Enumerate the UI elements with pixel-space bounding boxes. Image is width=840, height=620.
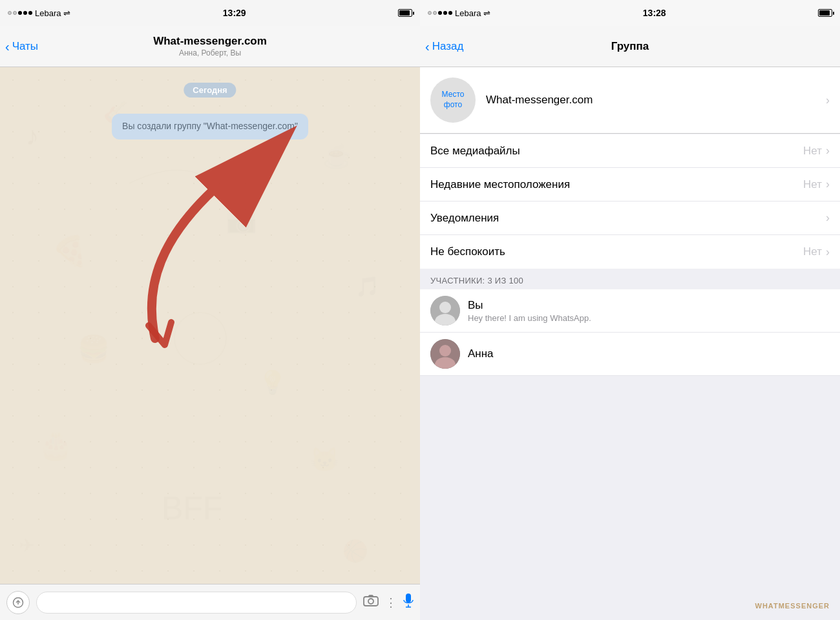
signal-indicator [8,11,32,15]
svg-rect-18 [406,594,411,603]
right-panel: Lebara ⇌ 13:28 ‹ Назад Группа [420,0,840,620]
input-bar: ⋮ [0,584,420,620]
battery-icon [398,9,412,17]
svg-text:♪: ♪ [26,121,39,150]
left-chevron-icon: ‹ [5,40,10,53]
participant-row-anna[interactable]: Анна [420,333,840,376]
signal-dot-1 [8,11,12,15]
menu-row-notifications[interactable]: Уведомления › [420,202,840,235]
left-back-button[interactable]: ‹ Чаты [5,40,38,53]
right-signal-indicator [428,11,452,15]
message-input[interactable] [36,592,357,614]
signal-dot-2 [13,11,17,15]
participant-status-you: Hey there! I am using WhatsApp. [468,313,830,323]
menu-row-media[interactable]: Все медиафайлы Нет › [420,134,840,168]
participant-avatar-anna [430,339,460,369]
participant-avatar-you [430,296,460,326]
right-signal-dot-2 [433,11,437,15]
menu-notifications-chevron-icon: › [826,211,830,225]
date-badge: Сегодня [184,83,236,98]
participants-section: Вы Hey there! I am using WhatsApp. [420,289,840,376]
svg-text:📷: 📷 [226,205,257,235]
svg-point-22 [439,302,451,313]
left-nav-title: What-messenger.com [153,35,267,48]
menu-dnd-chevron-icon: › [826,245,830,259]
right-time: 13:28 [643,8,666,18]
svg-point-13 [174,313,226,364]
svg-point-25 [439,345,451,356]
svg-text:🏀: 🏀 [342,539,368,563]
left-nav-bar: ‹ Чаты What-messenger.com Анна, Роберт, … [0,26,420,67]
svg-text:BFF: BFF [162,490,222,526]
svg-text:☕: ☕ [323,143,352,170]
right-signal-dot-4 [443,11,447,15]
right-signal-dot-1 [428,11,432,15]
menu-location-chevron-icon: › [826,178,830,191]
participant-name-anna: Анна [468,347,830,360]
photo-label-line1: Место [442,90,465,100]
left-status-left: Lebara ⇌ [8,8,70,18]
right-nav-title: Группа [611,40,649,53]
menu-dnd-value: Нет [803,245,822,258]
right-signal-dot-5 [448,11,452,15]
group-photo-placeholder[interactable]: Место фото [430,78,476,123]
right-nav-title-block: Группа [611,40,649,53]
chat-background: ♪ 🎸 ☕ 🍕 📷 🎵 🍔 💡 🎂 🐱 BFF ✈ 🏀 [0,67,420,584]
watermark: WHATMESSENGER [755,602,830,610]
camera-button[interactable] [363,595,379,610]
group-name-row[interactable]: What-messenger.com › [486,94,830,107]
left-panel: Lebara ⇌ 13:29 ‹ Чаты What-messenger.com… [0,0,420,620]
participants-header: УЧАСТНИКИ: 3 ИЗ 100 [420,269,840,289]
settings-list: Место фото What-messenger.com › Все меди… [420,67,840,620]
group-photo-section: Место фото What-messenger.com › [420,67,840,134]
right-status-right [818,9,832,17]
menu-notifications-label: Уведомления [430,212,826,225]
right-chevron-icon: ‹ [425,40,430,53]
menu-media-chevron-icon: › [826,144,830,158]
photo-label-line2: фото [444,100,462,110]
left-nav-subtitle: Анна, Роберт, Вы [153,48,267,57]
menu-row-dnd[interactable]: Не беспокоить Нет › [420,235,840,269]
signal-dot-5 [28,11,32,15]
microphone-button[interactable] [403,593,414,612]
participant-row-you[interactable]: Вы Hey there! I am using WhatsApp. [420,289,840,333]
signal-dot-4 [23,11,27,15]
menu-section: Все медиафайлы Нет › Недавние местополож… [420,134,840,269]
menu-media-label: Все медиафайлы [430,145,803,158]
left-back-label: Чаты [12,40,38,53]
participant-info-anna: Анна [468,347,830,360]
svg-text:🎂: 🎂 [39,429,73,462]
menu-dnd-label: Не беспокоить [430,245,803,258]
menu-location-label: Недавние местоположения [430,178,803,191]
wifi-icon: ⇌ [63,8,70,18]
participant-info-you: Вы Hey there! I am using WhatsApp. [468,299,830,323]
more-options-button[interactable]: ⋮ [385,595,397,610]
svg-text:🍕: 🍕 [52,234,89,269]
chat-doodles: ♪ 🎸 ☕ 🍕 📷 🎵 🍔 💡 🎂 🐱 BFF ✈ 🏀 [0,67,420,584]
right-status-bar: Lebara ⇌ 13:28 [420,0,840,26]
right-battery-fill [819,10,830,16]
menu-row-location[interactable]: Недавние местоположения Нет › [420,168,840,202]
left-status-bar: Lebara ⇌ 13:29 [0,0,420,26]
svg-point-17 [368,599,373,604]
participant-name-you: Вы [468,299,830,312]
chat-area: ♪ 🎸 ☕ 🍕 📷 🎵 🍔 💡 🎂 🐱 BFF ✈ 🏀 Сегодня Вы с… [0,67,420,584]
svg-text:🍔: 🍔 [78,333,110,364]
svg-text:✈: ✈ [19,535,34,555]
right-nav-bar: ‹ Назад Группа [420,26,840,67]
menu-media-value: Нет [803,145,822,158]
menu-location-value: Нет [803,178,822,191]
left-nav-title-block: What-messenger.com Анна, Роберт, Вы [153,35,267,57]
system-message: Вы создали группу "What-messenger.com" [112,114,308,140]
signal-dot-3 [18,11,22,15]
group-name-chevron-icon: › [826,94,830,107]
carrier-label: Lebara [35,8,61,18]
left-status-right [398,9,412,17]
svg-text:💡: 💡 [258,369,287,396]
share-button[interactable] [6,591,30,614]
right-wrapper: Lebara ⇌ 13:28 ‹ Назад Группа [420,0,840,620]
right-carrier-label: Lebara [455,8,481,18]
right-back-button[interactable]: ‹ Назад [425,40,463,53]
svg-rect-16 [364,597,378,606]
svg-text:🐱: 🐱 [310,446,339,473]
